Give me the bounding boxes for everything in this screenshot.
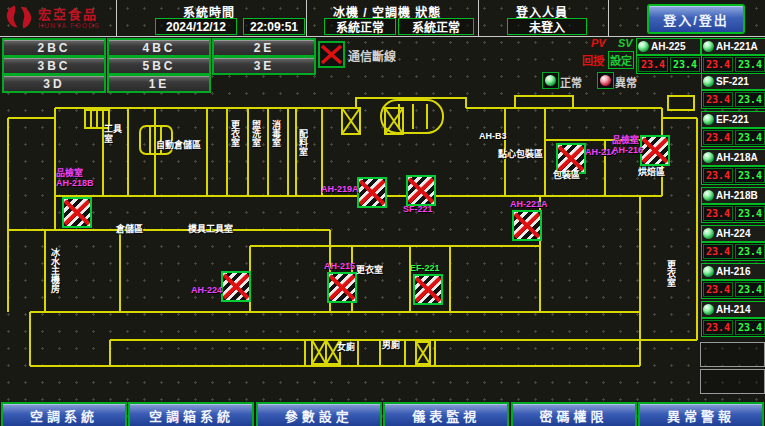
pv-value: 23.4 [638, 57, 668, 72]
pv-value: 23.4 [703, 320, 733, 335]
room-label: 男廁 [382, 340, 400, 350]
status-led-icon [703, 152, 714, 163]
unit-AH-218B-values: 23.423.4 [701, 204, 765, 223]
sv-value: 23.4 [735, 130, 765, 145]
unit-AH-221A[interactable]: AH-221A [701, 38, 765, 55]
pv-value: 23.4 [703, 282, 733, 297]
pv-value: 23.4 [703, 244, 733, 259]
unit-name: AH-216 [716, 266, 750, 277]
room-label: 工具室 [104, 124, 128, 144]
pv-value: 23.4 [703, 168, 733, 183]
unit-AH-216[interactable]: AH-216 [701, 263, 765, 280]
status-led-icon [703, 190, 714, 201]
room-label: 自動倉儲區 [156, 140, 201, 150]
room-label: 消毒室 [271, 120, 281, 147]
sv-value: 23.4 [735, 57, 765, 72]
room-label: 女廁 [337, 342, 355, 352]
room-label: 盥洗室 [251, 120, 261, 147]
unit-EF-221-values: 23.423.4 [701, 128, 765, 147]
unit-AH-225-values: 23.423.4 [636, 55, 702, 74]
device-label-AH-215: AH-215 [324, 261, 355, 271]
unit-name: AH-221A [716, 41, 758, 52]
unit-AH-214[interactable]: AH-214 [701, 301, 765, 318]
floor-button-2E[interactable]: 2E [212, 38, 316, 57]
unit-AH-221A-values: 23.423.4 [701, 55, 765, 74]
pv-value: 23.4 [703, 130, 733, 145]
room-label: 模具工具室 [188, 224, 233, 234]
room-label: 點心包裝區 [498, 149, 543, 159]
unit-name: SF-221 [716, 76, 749, 87]
sv-value: 23.4 [735, 320, 765, 335]
pv-value: 23.4 [703, 92, 733, 107]
room-label: 烘焙區 [638, 167, 665, 177]
floor-button-3E[interactable]: 3E [212, 56, 316, 75]
floor-button-1E[interactable]: 1E [107, 74, 211, 93]
device-label-SF-221: SF-221 [403, 204, 433, 214]
device-label-AH-219A: AH-219A [321, 184, 359, 194]
device-label-EF-221: EF-221 [410, 263, 440, 273]
room-label: AH-B3 [479, 131, 507, 141]
floor-button-3D[interactable]: 3D [2, 74, 106, 93]
offline-device-AH-221A[interactable] [512, 210, 542, 241]
status-led-icon [703, 228, 714, 239]
unit-AH-218A-values: 23.423.4 [701, 166, 765, 185]
floor-button-3BC[interactable]: 3BC [2, 56, 106, 75]
status-led-icon [703, 114, 714, 125]
pv-value: 23.4 [703, 57, 733, 72]
offline-device-EF-221[interactable] [413, 274, 443, 305]
status-led-icon [703, 76, 714, 87]
device-label-AH-218B: 品檢室AH-218B [56, 168, 94, 188]
unit-AH-224[interactable]: AH-224 [701, 225, 765, 242]
unit-AH-225[interactable]: AH-225 [636, 38, 701, 55]
unit-SF-221-values: 23.423.4 [701, 90, 765, 109]
unit-name: AH-218A [716, 152, 758, 163]
status-led-icon [638, 41, 649, 52]
device-label-AH-216: 品檢室AH-216 [612, 135, 643, 155]
logo: 宏亞食品 HUNYA FOODS [4, 2, 114, 35]
room-label: 配料室 [298, 129, 308, 156]
status-led-icon [703, 41, 714, 52]
unit-EF-221[interactable]: EF-221 [701, 111, 765, 128]
room-label: 倉儲區 [116, 224, 143, 234]
offline-device-AH-224[interactable] [221, 271, 251, 302]
comm-offline-icon [318, 41, 345, 68]
offline-device-AH-219A[interactable] [357, 177, 387, 208]
floor-button-4BC[interactable]: 4BC [107, 38, 211, 57]
logo-title: 宏亞食品 [38, 8, 100, 22]
room-label: 更衣室 [230, 120, 240, 147]
sv-value: 23.4 [735, 282, 765, 297]
unit-AH-216-values: 23.423.4 [701, 280, 765, 299]
room-label: 更衣室 [356, 265, 383, 275]
unit-name: AH-224 [716, 228, 750, 239]
logo-subtitle: HUNYA FOODS [38, 22, 100, 29]
room-label: 更衣室 [666, 260, 676, 287]
hmi-screen: 宏亞食品 HUNYA FOODS 系統時間 2024/12/12 22:09:5… [0, 0, 765, 426]
sv-value: 23.4 [735, 92, 765, 107]
offline-device-AH-215[interactable] [327, 272, 357, 303]
sv-value: 23.4 [735, 168, 765, 183]
floor-button-5BC[interactable]: 5BC [107, 56, 211, 75]
floor-button-2BC[interactable]: 2BC [2, 38, 106, 57]
device-room-name: 品檢室 [56, 168, 94, 178]
unit-AH-218B[interactable]: AH-218B [701, 187, 765, 204]
unit-name: EF-221 [716, 114, 749, 125]
sv-value: 23.4 [670, 57, 700, 72]
unit-AH-224-values: 23.423.4 [701, 242, 765, 261]
logo-icon [4, 3, 34, 35]
unit-name: AH-214 [716, 304, 750, 315]
unit-AH-214-values: 23.423.4 [701, 318, 765, 337]
room-label: 包裝區 [553, 170, 580, 180]
pv-value: 23.4 [703, 206, 733, 221]
sv-value: 23.4 [735, 206, 765, 221]
offline-device-AH-216[interactable] [640, 135, 670, 166]
room-label: 冰水主機房 [50, 248, 60, 293]
device-room-name: 品檢室 [612, 135, 643, 145]
status-led-icon [703, 304, 714, 315]
unit-AH-218A[interactable]: AH-218A [701, 149, 765, 166]
device-name: AH-218B [56, 178, 94, 188]
unit-SF-221[interactable]: SF-221 [701, 73, 765, 90]
sv-value: 23.4 [735, 244, 765, 259]
offline-device-SF-221[interactable] [406, 175, 436, 206]
offline-device-AH-218B[interactable] [62, 197, 92, 228]
unit-name: AH-218B [716, 190, 758, 201]
